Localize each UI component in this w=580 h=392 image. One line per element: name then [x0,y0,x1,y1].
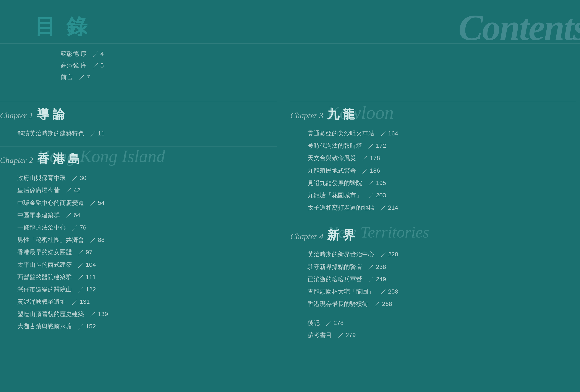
toc-item: 九龍塘「花園城市」 ／ 203 [307,191,576,199]
toc-item: 天文台與致命風災 ／ 178 [307,154,576,162]
toc-item: 西營盤的醫院建築群 ／ 111 [17,273,277,281]
left-column: Chapter 1 導 論 解讀英治時期的建築特色 ／ 11 Chapter 2… [0,102,277,335]
toc-item: 被時代淘汰的報時塔 ／ 172 [307,141,576,150]
toc-item: 塑造山頂舊貌的歷史建築 ／ 139 [17,310,277,318]
chapter-4-title-wrapper: New Territories 新 界 [327,227,355,244]
chapter-3-list: 貫通歐亞的尖沙咀火車站 ／ 164 被時代淘汰的報時塔 ／ 172 天文台與致命… [290,129,576,212]
toc-item: 香港最早的婦女團體 ／ 97 [17,248,277,256]
toc-item: 英治時期的新界管治中心 ／ 228 [307,250,576,259]
chapter-2-title-zh: 香 港 島 [37,152,80,166]
toc-item: 男性「秘密社團」共濟會 ／ 88 [17,236,277,244]
toc-item: 大灘古蹟與戰前水塘 ／ 152 [17,322,277,331]
chapter-2-header: Chapter 2 Hong Kong Island 香 港 島 [0,146,277,167]
chapter-4-list: 英治時期的新界管治中心 ／ 228 駐守新界據點的警署 ／ 238 已消逝的喀喀… [290,250,576,308]
toc-item: 皇后像廣場今昔 ／ 42 [17,186,277,195]
chapter-2-title-wrapper: Hong Kong Island 香 港 島 [37,151,80,167]
toc-item: 青龍頭園林大宅「龍圃」 ／ 258 [307,287,576,296]
toc-item: 灣仔市邊緣的醫院山 ／ 122 [17,285,277,294]
toc-item: 一條龍的法治中心 ／ 76 [17,223,277,232]
chapter-2-list: 政府山與保育中環 ／ 30 皇后像廣場今昔 ／ 42 中環金融中心的商慶變遷 ／… [0,174,277,331]
chapter-1-list: 解讀英治時期的建築特色 ／ 11 [0,129,277,138]
back-matter-item-1: 參考書目 ／ 279 [307,331,576,339]
chapter-3-label: Chapter 3 [290,111,323,120]
toc-item: 中區軍事建築群 ／ 64 [17,211,277,219]
toc-item: 解讀英治時期的建築特色 ／ 11 [17,129,277,138]
chapter-1-label: Chapter 1 [0,111,33,120]
back-matter: 後記 ／ 278 參考書目 ／ 279 [290,314,576,339]
title-en: Contents [458,6,580,49]
chapter-3-title-zh: 九 龍 [327,107,355,121]
toc-item: 太平山區的西式建築 ／ 104 [17,261,277,269]
chapter-4-title-zh: 新 界 [327,228,355,242]
chapter-1-title: 導 論 [37,106,65,123]
toc-item: 政府山與保育中環 ／ 30 [17,174,277,182]
toc-item: 九龍殖民地式警署 ／ 186 [307,166,576,175]
page: 目 錄 Contents 蘇彰德 序 ／ 4 高添強 序 ／ 5 前言 ／ 7 … [0,0,580,392]
toc-item: 貫通歐亞的尖沙咀火車站 ／ 164 [307,129,576,138]
back-matter-item-0: 後記 ／ 278 [307,319,576,327]
toc-item: 黃泥涌峽戰爭遺址 ／ 131 [17,297,277,306]
chapter-4-header: Chapter 4 New Territories 新 界 [290,223,576,244]
toc-item: 已消逝的喀喀兵軍營 ／ 249 [307,275,576,283]
right-column: Chapter 3 Kowloon 九 龍 貫通歐亞的尖沙咀火車站 ／ 164 … [290,102,576,343]
toc-item: 見證九龍發展的醫院 ／ 195 [307,179,576,187]
chapter-1-header: Chapter 1 導 論 [0,102,277,123]
chapter-2-label: Chapter 2 [0,155,33,165]
preface-section: 蘇彰德 序 ／ 4 高添強 序 ／ 5 前言 ／ 7 [61,50,104,85]
chapter-3-header: Chapter 3 Kowloon 九 龍 [290,102,576,123]
preface-item-1: 高添強 序 ／ 5 [61,61,104,70]
chapter-3-title-wrapper: Kowloon 九 龍 [327,106,355,123]
title-zh: 目 錄 [35,13,90,41]
preface-item-0: 蘇彰德 序 ／ 4 [61,50,104,58]
toc-item: 駐守新界據點的警署 ／ 238 [307,263,576,271]
toc-item: 香港現存最長的騎樓街 ／ 268 [307,300,576,308]
preface-item-2: 前言 ／ 7 [61,73,104,81]
toc-item: 中環金融中心的商慶變遷 ／ 54 [17,198,277,207]
toc-item: 太子道和窩打老道的地標 ／ 214 [307,203,576,212]
chapter-4-label: Chapter 4 [290,232,323,241]
